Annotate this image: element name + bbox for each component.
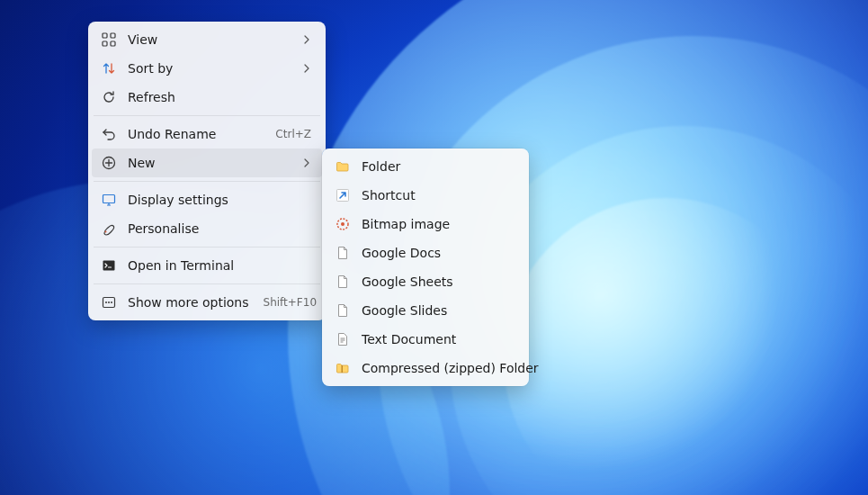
submenu-item-shortcut[interactable]: Shortcut — [326, 181, 525, 210]
svg-rect-15 — [342, 365, 344, 373]
new-icon — [101, 155, 117, 171]
menu-separator — [94, 181, 320, 182]
menu-separator — [94, 247, 320, 248]
submenu-item-txt[interactable]: Text Document — [326, 325, 525, 354]
svg-point-9 — [105, 302, 107, 303]
paint-icon — [101, 220, 117, 237]
menu-item-display[interactable]: Display settings — [92, 185, 322, 214]
menu-item-new[interactable]: New — [92, 148, 322, 177]
file-icon — [335, 274, 351, 290]
svg-point-14 — [341, 222, 345, 226]
menu-separator — [94, 284, 320, 284]
menu-item-accelerator: Shift+F10 — [264, 296, 318, 309]
menu-item-label: Shortcut — [362, 188, 515, 202]
menu-item-label: Personalise — [128, 221, 311, 236]
menu-item-label: Compressed (zipped) Folder — [362, 361, 539, 375]
textdoc-icon — [335, 331, 351, 347]
svg-rect-0 — [103, 33, 107, 38]
svg-rect-1 — [111, 33, 115, 38]
submenu-new: Folder Shortcut Bitmap image Google Docs… — [322, 148, 529, 386]
menu-item-label: Sort by — [128, 61, 288, 76]
menu-separator — [94, 115, 320, 116]
menu-item-label: View — [128, 32, 288, 47]
menu-item-more[interactable]: Show more options Shift+F10 — [92, 288, 322, 317]
file-icon — [335, 302, 351, 319]
file-icon — [335, 245, 351, 261]
shortcut-icon — [335, 187, 351, 203]
grid-icon — [101, 32, 117, 48]
menu-item-undo[interactable]: Undo Rename Ctrl+Z — [92, 120, 322, 148]
refresh-icon — [101, 89, 117, 105]
menu-item-accelerator: Ctrl+Z — [275, 128, 311, 140]
chevron-right-icon — [302, 35, 311, 44]
sort-icon — [101, 60, 117, 76]
submenu-item-bitmap[interactable]: Bitmap image — [326, 210, 525, 238]
svg-rect-7 — [103, 261, 115, 271]
menu-item-label: Display settings — [128, 193, 311, 207]
more-icon — [101, 294, 117, 310]
menu-item-label: Refresh — [128, 90, 311, 104]
menu-item-label: Bitmap image — [362, 217, 515, 231]
bitmap-icon — [335, 216, 351, 232]
menu-item-label: Google Docs — [362, 246, 515, 260]
menu-item-refresh[interactable]: Refresh — [92, 83, 322, 112]
menu-item-label: Text Document — [362, 332, 515, 346]
submenu-item-gsheets[interactable]: Google Sheets — [326, 267, 525, 296]
menu-item-label: Open in Terminal — [128, 258, 311, 273]
submenu-item-folder[interactable]: Folder — [326, 152, 525, 181]
svg-point-11 — [111, 302, 112, 303]
svg-rect-2 — [103, 41, 107, 46]
undo-icon — [101, 126, 117, 142]
menu-item-terminal[interactable]: Open in Terminal — [92, 251, 322, 280]
zip-icon — [335, 360, 351, 376]
svg-point-6 — [105, 231, 107, 233]
menu-item-personalise[interactable]: Personalise — [92, 214, 322, 243]
chevron-right-icon — [302, 64, 311, 73]
desktop-context-menu: View Sort by Refresh Undo Rename Ctrl+Z … — [88, 22, 326, 320]
menu-item-label: Folder — [362, 159, 515, 174]
menu-item-label: Google Slides — [362, 303, 515, 318]
svg-point-10 — [108, 302, 110, 303]
terminal-icon — [101, 257, 117, 274]
svg-rect-3 — [111, 41, 115, 46]
submenu-item-gslides[interactable]: Google Slides — [326, 296, 525, 325]
submenu-item-gdocs[interactable]: Google Docs — [326, 238, 525, 267]
svg-rect-5 — [103, 195, 115, 203]
menu-item-label: New — [128, 156, 288, 170]
display-icon — [101, 192, 117, 208]
folder-icon — [335, 158, 351, 175]
submenu-item-zip[interactable]: Compressed (zipped) Folder — [326, 354, 525, 382]
chevron-right-icon — [302, 158, 311, 167]
menu-item-sortby[interactable]: Sort by — [92, 54, 322, 83]
menu-item-label: Google Sheets — [362, 274, 515, 289]
menu-item-label: Show more options — [128, 295, 249, 310]
menu-item-label: Undo Rename — [128, 127, 261, 141]
menu-item-view[interactable]: View — [92, 25, 322, 54]
